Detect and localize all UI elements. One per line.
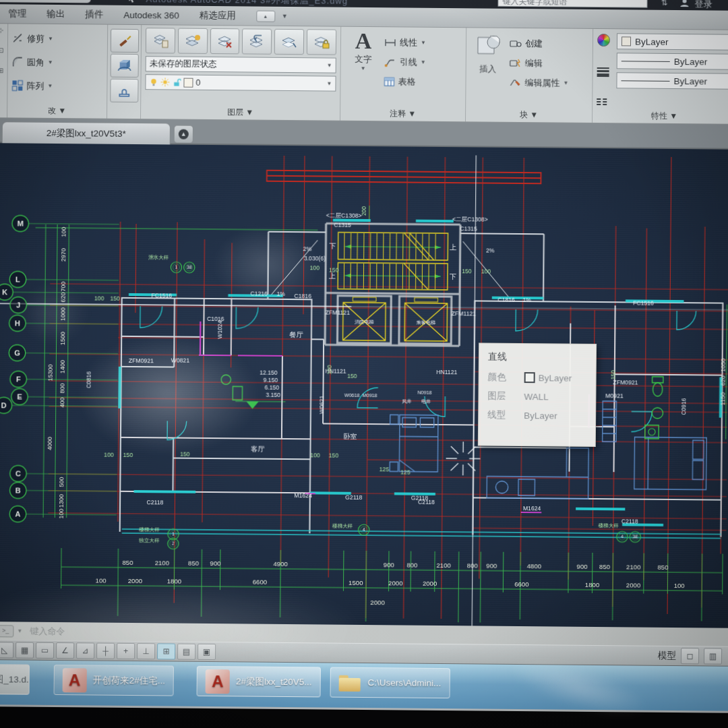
tab-featured-apps[interactable]: 精选应用 <box>200 9 236 22</box>
autocad-icon: A <box>206 669 230 693</box>
svg-text:独立大样: 独立大样 <box>139 537 160 543</box>
lineweight-display-toggle[interactable]: ▤ <box>177 644 195 660</box>
quick-access-toolbar[interactable] <box>0 0 91 3</box>
ribbon-panel-layers: 未保存的图层状态▼ 0▼ 图层 ▼ <box>141 25 341 121</box>
object-snap-toggle[interactable]: ┼ <box>96 643 115 659</box>
insert-block-button[interactable]: 插入 <box>470 30 506 109</box>
layer-isolate-button[interactable] <box>274 29 304 55</box>
layers-panel-label[interactable]: 图层 ▼ <box>141 106 340 119</box>
dynamic-ucs-toggle[interactable]: ⊥ <box>137 643 155 659</box>
svg-text:1500: 1500 <box>348 579 363 586</box>
qat-dropdown-icon[interactable]: ▼ <box>95 0 101 1</box>
table-button[interactable]: 表格 <box>384 71 425 92</box>
cursor-arrow-icon <box>127 0 138 6</box>
properties-panel-label[interactable]: 特性 ▼ <box>593 110 728 123</box>
orbit-button[interactable] <box>110 54 138 78</box>
array-button[interactable]: 阵列▼ <box>11 73 102 98</box>
taskbar-item-acad1[interactable]: A 开创荷来2#住宅... <box>54 665 175 696</box>
svg-text:2%: 2% <box>486 247 495 254</box>
quick-properties-toggle[interactable]: ▣ <box>198 644 216 660</box>
stamp-button[interactable] <box>110 79 138 102</box>
taskbar-item-explorer[interactable]: C:\Users\Admini... <box>330 667 450 699</box>
snap-mode-toggle[interactable]: ▦ <box>16 642 34 658</box>
svg-text:M1624: M1624 <box>294 492 312 499</box>
layer-state-button[interactable] <box>178 28 208 54</box>
svg-text:N0918: N0918 <box>417 390 431 395</box>
svg-text:A: A <box>15 510 20 518</box>
linetype-combo[interactable]: ByLayer <box>616 72 728 90</box>
linetype-icon[interactable] <box>597 97 613 107</box>
exchange-apps-icon[interactable]: ⇅ <box>661 0 667 7</box>
layer-return-button[interactable] <box>242 28 272 54</box>
create-block-button[interactable]: 创建 <box>510 34 569 54</box>
ribbon-collapse-button[interactable]: ▲ <box>256 10 275 22</box>
tab-autodesk360[interactable]: Autodesk 360 <box>123 9 179 20</box>
svg-text:D: D <box>1 401 6 409</box>
tab-plugins[interactable]: 插件 <box>85 8 103 20</box>
fillet-button[interactable]: 圆角▼ <box>12 50 103 74</box>
autocad-icon: A <box>63 668 87 692</box>
ribbon: ⊹ ⊡ ⊞ 修剪▼ 圆角▼ 阵列▼ 改 ▼ <box>0 24 728 125</box>
layer-off-button[interactable] <box>210 28 240 54</box>
object-snap-tracking-toggle[interactable]: + <box>117 643 135 659</box>
layout2-button[interactable]: ▥ <box>704 648 722 664</box>
svg-text:100: 100 <box>96 577 107 584</box>
floorplan-svg[interactable]: MLKJHGFEDCBA1002970700620100015001400800… <box>0 143 728 628</box>
ortho-mode-toggle[interactable]: ∠ <box>56 642 74 659</box>
infer-constraints-toggle[interactable]: ◺ <box>0 642 13 658</box>
match-properties-button[interactable] <box>110 29 138 53</box>
layout1-button[interactable]: ◻ <box>681 648 699 664</box>
block-rows: 创建 编辑 编辑属性▼ <box>509 31 569 111</box>
leader-button[interactable]: 引线▼ <box>384 52 426 72</box>
svg-text:C1216: C1216 <box>250 291 268 297</box>
color-wheel-icon[interactable] <box>597 34 610 47</box>
svg-text:850: 850 <box>657 564 668 571</box>
taskbar-item-partial[interactable]: 图_13.d... <box>0 664 30 694</box>
lineweight-icon[interactable] <box>597 65 613 78</box>
help-search-input[interactable]: 键入关键字或短语 <box>497 0 647 8</box>
svg-text:卧室: 卧室 <box>343 433 357 440</box>
taskbar-item-acad2[interactable]: A 2#梁图lxx_t20V5... <box>197 666 321 698</box>
polar-tracking-toggle[interactable]: ⊿ <box>76 642 94 659</box>
svg-text:HN1121: HN1121 <box>436 369 457 375</box>
sign-in-button[interactable]: 登录 <box>694 0 712 10</box>
block-panel-label[interactable]: 块 ▼ <box>466 109 592 121</box>
layer-state-combo[interactable]: 未保存的图层状态▼ <box>146 56 336 73</box>
text-tool-button[interactable]: A 文字 ▼ <box>344 30 382 109</box>
layer-combo[interactable]: 0▼ <box>145 74 336 91</box>
svg-text:1%: 1% <box>522 297 531 303</box>
user-icon[interactable] <box>679 0 689 10</box>
modify-panel-label[interactable]: 改 ▼ <box>7 104 107 117</box>
trim-button[interactable]: 修剪▼ <box>12 26 103 51</box>
folder-icon <box>338 673 361 692</box>
layer-lock-button[interactable] <box>307 29 336 55</box>
command-input-placeholder[interactable]: 键入命令 <box>30 625 65 637</box>
grid-display-toggle[interactable]: ▭ <box>36 642 54 659</box>
svg-text:900: 900 <box>486 562 497 570</box>
svg-text:100: 100 <box>60 227 67 237</box>
svg-text:100: 100 <box>310 264 320 271</box>
tab-output[interactable]: 输出 <box>47 8 65 20</box>
svg-text:800: 800 <box>59 384 65 394</box>
svg-text:4800: 4800 <box>527 562 542 570</box>
edit-attributes-button[interactable]: 编辑属性▼ <box>509 73 568 93</box>
ribbon-collapse-caret-icon[interactable]: ▼ <box>282 13 288 20</box>
layer-properties-button[interactable] <box>146 28 175 53</box>
lineweight-combo[interactable]: ByLayer <box>617 53 728 70</box>
new-tab-button[interactable]: ▲ <box>174 125 193 144</box>
object-color-combo[interactable]: ByLayer <box>617 33 728 51</box>
svg-text:C2118: C2118 <box>147 499 164 506</box>
crosshair-white <box>0 151 728 628</box>
tab-manage[interactable]: 管理 <box>8 7 26 20</box>
svg-text:6.150: 6.150 <box>264 384 279 391</box>
drawing-tab[interactable]: 2#梁图lxx_t20V5t3* <box>2 121 171 145</box>
command-dropdown-icon[interactable]: ▼ <box>17 628 22 634</box>
model-space-label[interactable]: 模型 <box>658 650 676 662</box>
drawing-canvas[interactable]: MLKJHGFEDCBA1002970700620100015001400800… <box>0 143 728 628</box>
dynamic-input-toggle[interactable]: ⊞ <box>157 643 175 659</box>
property-fields: ByLayer ByLayer ByLayer <box>616 32 728 111</box>
svg-text:900: 900 <box>576 563 587 570</box>
linear-dimension-button[interactable]: 线性▼ <box>384 32 426 53</box>
annotation-panel-label[interactable]: 注释 ▼ <box>340 108 465 121</box>
edit-block-button[interactable]: 编辑 <box>510 53 569 73</box>
